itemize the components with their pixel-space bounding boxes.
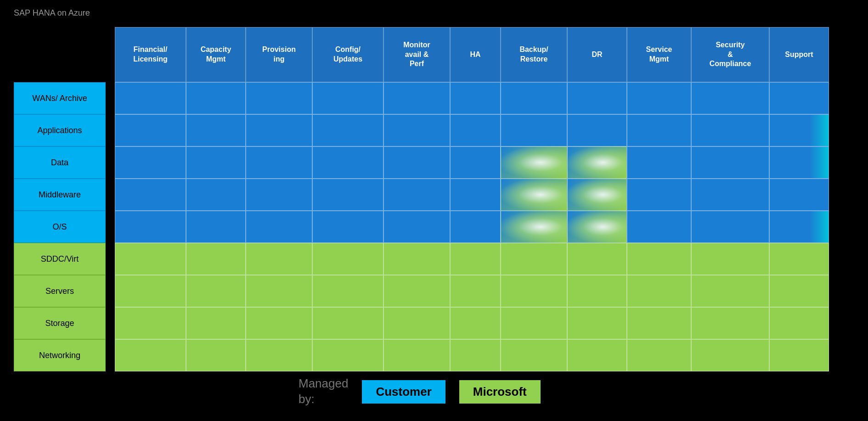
cell-r6-c2	[246, 275, 312, 307]
cell-r5-c3	[312, 243, 383, 275]
cell-r6-c10	[769, 275, 829, 307]
cell-r2-c1	[186, 146, 246, 179]
cell-r4-c5	[450, 211, 501, 243]
grid-row-5	[115, 243, 868, 275]
grid-row-7	[115, 307, 868, 339]
cell-r0-c8	[627, 82, 691, 114]
col-header-8: Service Mgmt	[627, 27, 691, 82]
cell-r7-c1	[186, 307, 246, 339]
col-header-4: Monitor avail & Perf	[383, 27, 450, 82]
cell-r5-c1	[186, 243, 246, 275]
cell-r8-c7	[567, 339, 627, 371]
row-label-5: SDDC/Virt	[14, 243, 106, 275]
cell-r3-c3	[312, 179, 383, 211]
cell-r7-c5	[450, 307, 501, 339]
row-label-0: WANs/ Archive	[14, 82, 106, 114]
cell-r6-c4	[383, 275, 450, 307]
cell-r2-c5	[450, 146, 501, 179]
cell-r2-c2	[246, 146, 312, 179]
cell-r3-c2	[246, 179, 312, 211]
cell-r7-c8	[627, 307, 691, 339]
row-label-7: Storage	[14, 307, 106, 339]
col-header-3: Config/ Updates	[312, 27, 383, 82]
cell-r1-c3	[312, 114, 383, 146]
row-label-2: Data	[14, 146, 106, 179]
cell-r8-c1	[186, 339, 246, 371]
col-header-9: Security & Compliance	[691, 27, 769, 82]
cell-r7-c10	[769, 307, 829, 339]
cell-r7-c9	[691, 307, 769, 339]
cell-r5-c2	[246, 243, 312, 275]
col-headers: Financial/ LicensingCapacity MgmtProvisi…	[115, 27, 868, 82]
cell-r2-c4	[383, 146, 450, 179]
cell-r4-c6	[501, 211, 567, 243]
cell-r5-c0	[115, 243, 186, 275]
cell-r2-c8	[627, 146, 691, 179]
grid-row-4	[115, 211, 868, 243]
col-header-6: Backup/ Restore	[501, 27, 567, 82]
cell-r3-c4	[383, 179, 450, 211]
legend-customer: Customer	[362, 380, 445, 404]
row-label-6: Servers	[14, 275, 106, 307]
cell-r7-c4	[383, 307, 450, 339]
row-label-4: O/S	[14, 211, 106, 243]
row-label-3: Middleware	[14, 179, 106, 211]
cell-r6-c9	[691, 275, 769, 307]
cell-r8-c2	[246, 339, 312, 371]
cell-r1-c7	[567, 114, 627, 146]
cell-r6-c7	[567, 275, 627, 307]
cell-r5-c7	[567, 243, 627, 275]
cell-r8-c8	[627, 339, 691, 371]
cell-r0-c6	[501, 82, 567, 114]
cell-r4-c7	[567, 211, 627, 243]
cell-r8-c0	[115, 339, 186, 371]
cell-r8-c4	[383, 339, 450, 371]
grid-rows	[115, 82, 868, 371]
col-header-5: HA	[450, 27, 501, 82]
cell-r0-c5	[450, 82, 501, 114]
cell-r4-c1	[186, 211, 246, 243]
cell-r3-c6	[501, 179, 567, 211]
cell-r2-c3	[312, 146, 383, 179]
cell-r5-c8	[627, 243, 691, 275]
grid-row-0	[115, 82, 868, 114]
cell-r6-c6	[501, 275, 567, 307]
cell-r4-c8	[627, 211, 691, 243]
cell-r4-c9	[691, 211, 769, 243]
cell-r4-c2	[246, 211, 312, 243]
cell-r8-c5	[450, 339, 501, 371]
cell-r6-c5	[450, 275, 501, 307]
cell-r1-c10	[769, 114, 829, 146]
cell-r4-c4	[383, 211, 450, 243]
managed-by-text: Managed by:	[299, 376, 348, 407]
cell-r5-c6	[501, 243, 567, 275]
grid-row-3	[115, 179, 868, 211]
cell-r8-c10	[769, 339, 829, 371]
cell-r2-c6	[501, 146, 567, 179]
cell-r4-c3	[312, 211, 383, 243]
col-header-1: Capacity Mgmt	[186, 27, 246, 82]
cell-r6-c8	[627, 275, 691, 307]
col-header-0: Financial/ Licensing	[115, 27, 186, 82]
cell-r1-c5	[450, 114, 501, 146]
cell-r5-c4	[383, 243, 450, 275]
grid-row-8	[115, 339, 868, 371]
cell-r1-c6	[501, 114, 567, 146]
cell-r1-c9	[691, 114, 769, 146]
legend-microsoft: Microsoft	[459, 380, 541, 404]
cell-r7-c7	[567, 307, 627, 339]
cell-r6-c3	[312, 275, 383, 307]
cell-r6-c1	[186, 275, 246, 307]
cell-r3-c0	[115, 179, 186, 211]
cell-r0-c0	[115, 82, 186, 114]
cell-r3-c5	[450, 179, 501, 211]
cell-r8-c9	[691, 339, 769, 371]
cell-r5-c5	[450, 243, 501, 275]
cell-r3-c1	[186, 179, 246, 211]
cell-r1-c0	[115, 114, 186, 146]
cell-r8-c3	[312, 339, 383, 371]
cell-r3-c7	[567, 179, 627, 211]
cell-r0-c10	[769, 82, 829, 114]
grid-area: Financial/ LicensingCapacity MgmtProvisi…	[115, 27, 868, 371]
col-header-7: DR	[567, 27, 627, 82]
